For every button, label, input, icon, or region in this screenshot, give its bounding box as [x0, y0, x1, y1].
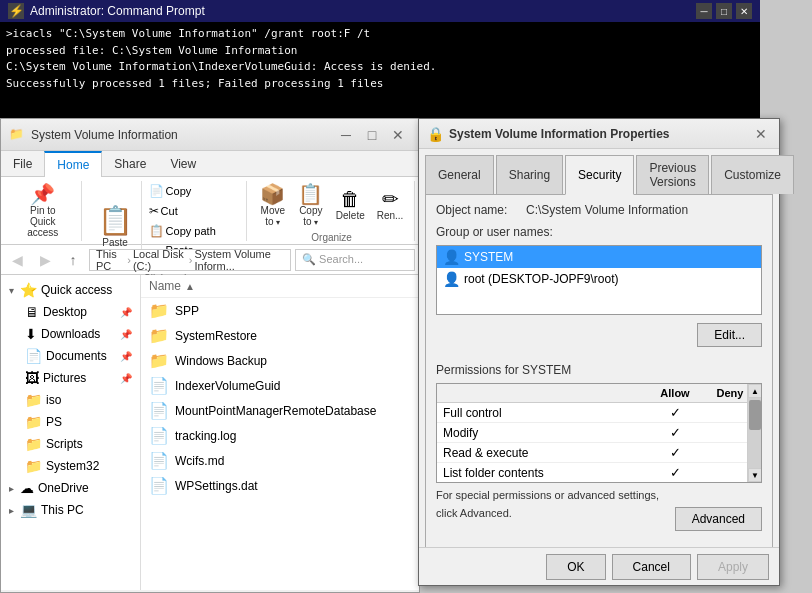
desktop-label: Desktop [43, 305, 87, 319]
cmd-title: Administrator: Command Prompt [30, 4, 696, 18]
perm-full-control-allow: ✓ [645, 405, 705, 420]
copy-path-button[interactable]: 📋 Copy path [144, 221, 241, 241]
tab-sharing[interactable]: Sharing [496, 155, 563, 194]
perm-header-name [443, 387, 645, 399]
sidebar: ▾ ⭐ Quick access 🖥 Desktop 📌 ⬇ Downloads… [1, 275, 141, 590]
sidebar-item-desktop[interactable]: 🖥 Desktop 📌 [1, 301, 140, 323]
sidebar-item-pictures[interactable]: 🖼 Pictures 📌 [1, 367, 140, 389]
file-spp[interactable]: 📁 SPP [141, 298, 419, 323]
scroll-down-button[interactable]: ▼ [748, 468, 762, 482]
cmd-minimize[interactable]: ─ [696, 3, 712, 19]
sidebar-item-system32[interactable]: 📁 System32 [1, 455, 140, 477]
tab-previous-versions[interactable]: Previous Versions [636, 155, 709, 194]
pin-icon: 📌 [30, 184, 55, 204]
file-wcifs[interactable]: 📄 Wcifs.md [141, 448, 419, 473]
system32-label: System32 [46, 459, 99, 473]
perm-modify-allow: ✓ [645, 425, 705, 440]
windows-backup-icon: 📁 [149, 351, 169, 370]
delete-label: Delete [336, 210, 365, 221]
organize-group: 📦 Moveto ▾ 📋 Copyto ▾ 🗑 Delete ✏ Ren... … [249, 181, 415, 241]
scripts-label: Scripts [46, 437, 83, 451]
move-to-button[interactable]: 📦 Moveto ▾ [255, 181, 291, 230]
address-path[interactable]: This PC › Local Disk (C:) › System Volum… [89, 249, 291, 271]
pictures-label: Pictures [43, 371, 86, 385]
up-button[interactable]: ↑ [61, 248, 85, 272]
windows-backup-label: Windows Backup [175, 354, 267, 368]
cancel-button[interactable]: Cancel [612, 554, 691, 580]
scroll-track [748, 398, 761, 468]
paste-icon: 📋 [98, 204, 133, 237]
onedrive-icon: ☁ [20, 480, 34, 496]
cut-icon: ✂ [149, 204, 159, 218]
sidebar-item-quick-access[interactable]: ▾ ⭐ Quick access [1, 279, 140, 301]
sidebar-item-onedrive[interactable]: ▸ ☁ OneDrive [1, 477, 140, 499]
apply-button[interactable]: Apply [697, 554, 769, 580]
explorer-maximize[interactable]: □ [359, 122, 385, 148]
this-pc-label: This PC [41, 503, 84, 517]
file-indexer[interactable]: 📄 IndexerVolumeGuid [141, 373, 419, 398]
advanced-button[interactable]: Advanced [675, 507, 762, 531]
permissions-label: Permissions for SYSTEM [436, 363, 762, 377]
file-tracking[interactable]: 📄 tracking.log [141, 423, 419, 448]
back-button[interactable]: ◀ [5, 248, 29, 272]
indexer-icon: 📄 [149, 376, 169, 395]
dialog-icon: 🔒 [427, 126, 443, 142]
perm-modify: Modify ✓ [437, 423, 761, 443]
delete-button[interactable]: 🗑 Delete [331, 186, 370, 224]
move-icon: 📦 [260, 184, 285, 204]
file-windows-backup[interactable]: 📁 Windows Backup [141, 348, 419, 373]
tab-share[interactable]: Share [102, 151, 158, 176]
file-wpsettings[interactable]: 📄 WPSettings.dat [141, 473, 419, 498]
perm-list-folder-label: List folder contents [443, 466, 645, 480]
scrollbar-thumb[interactable] [749, 400, 761, 430]
tracking-icon: 📄 [149, 426, 169, 445]
sidebar-item-documents[interactable]: 📄 Documents 📌 [1, 345, 140, 367]
this-pc-icon: 💻 [20, 502, 37, 518]
iso-label: iso [46, 393, 61, 407]
pin-to-quick-access-button[interactable]: 📌 Pin to Quickaccess [11, 181, 75, 241]
cmd-line2: processed file: C:\System Volume Informa… [6, 43, 754, 60]
onedrive-expander: ▸ [9, 483, 14, 494]
dialog-close-button[interactable]: ✕ [751, 124, 771, 144]
explorer-close[interactable]: ✕ [385, 122, 411, 148]
tab-customize[interactable]: Customize [711, 155, 794, 194]
sidebar-item-ps[interactable]: 📁 PS [1, 411, 140, 433]
files-header: Name ▲ [141, 275, 419, 298]
sidebar-item-this-pc[interactable]: ▸ 💻 This PC [1, 499, 140, 521]
copy-icon: 📄 [149, 184, 164, 198]
copy-button[interactable]: 📄 Copy [144, 181, 241, 201]
search-box[interactable]: 🔍 Search... [295, 249, 415, 271]
user-system[interactable]: 👤 SYSTEM [437, 246, 761, 268]
cmd-close[interactable]: ✕ [736, 3, 752, 19]
tab-security[interactable]: Security [565, 155, 634, 195]
ok-button[interactable]: OK [546, 554, 605, 580]
perm-list-folder: List folder contents ✓ [437, 463, 761, 483]
sidebar-item-iso[interactable]: 📁 iso [1, 389, 140, 411]
explorer-title: System Volume Information [31, 128, 333, 142]
user-root[interactable]: 👤 root (DESKTOP-JOPF9\root) [437, 268, 761, 290]
organize-btns: 📦 Moveto ▾ 📋 Copyto ▾ 🗑 Delete ✏ Ren... [255, 181, 409, 230]
tab-view[interactable]: View [158, 151, 208, 176]
edit-button[interactable]: Edit... [697, 323, 762, 347]
sidebar-item-scripts[interactable]: 📁 Scripts [1, 433, 140, 455]
tab-general[interactable]: General [425, 155, 494, 194]
forward-button[interactable]: ▶ [33, 248, 57, 272]
paste-label: Paste [102, 237, 128, 248]
tab-file[interactable]: File [1, 151, 44, 176]
file-systemrestore[interactable]: 📁 SystemRestore [141, 323, 419, 348]
copy-to-button[interactable]: 📋 Copyto ▾ [293, 181, 329, 230]
sidebar-item-downloads[interactable]: ⬇ Downloads 📌 [1, 323, 140, 345]
cut-button[interactable]: ✂ Cut [144, 201, 241, 221]
scroll-up-button[interactable]: ▲ [748, 384, 762, 398]
perm-full-control: Full control ✓ [437, 403, 761, 423]
explorer-minimize[interactable]: ─ [333, 122, 359, 148]
dialog-titlebar: 🔒 System Volume Information Properties ✕ [419, 119, 779, 149]
explorer-icon: 📁 [9, 127, 25, 143]
breadcrumb-this-pc: This PC [96, 248, 125, 272]
permissions-scroll: Allow Deny Full control ✓ Modify ✓ Read … [436, 383, 762, 483]
tab-home[interactable]: Home [44, 151, 102, 177]
cmd-maximize[interactable]: □ [716, 3, 732, 19]
file-mountpoint[interactable]: 📄 MountPointManagerRemoteDatabase [141, 398, 419, 423]
desktop-icon: 🖥 [25, 304, 39, 320]
rename-button[interactable]: ✏ Ren... [372, 186, 409, 224]
